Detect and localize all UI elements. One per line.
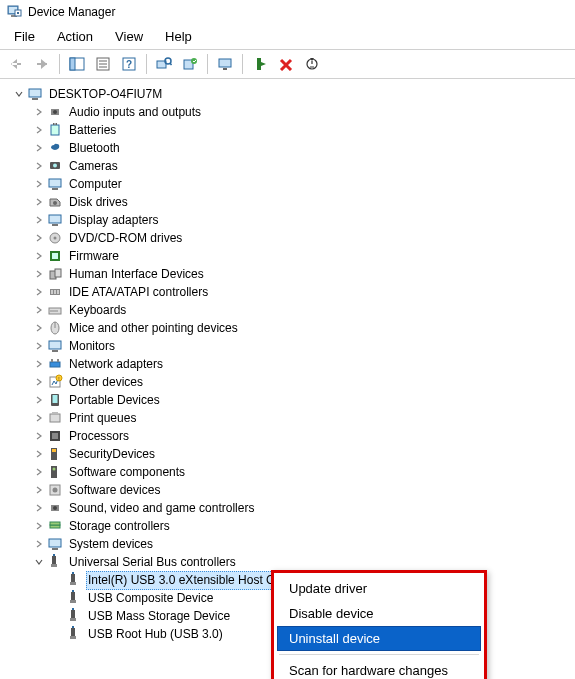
context-menu-update-driver[interactable]: Update driver <box>277 576 481 601</box>
chevron-right-icon[interactable] <box>32 249 46 263</box>
tree-category-label: Cameras <box>67 158 120 175</box>
chevron-right-icon[interactable] <box>32 195 46 209</box>
chevron-right-icon[interactable] <box>32 213 46 227</box>
show-hide-tree-button[interactable] <box>65 53 89 75</box>
category-icon <box>47 266 63 282</box>
chevron-right-icon[interactable] <box>32 375 46 389</box>
tree-category[interactable]: Universal Serial Bus controllers <box>4 553 575 571</box>
tree-category[interactable]: !Other devices <box>4 373 575 391</box>
scan-hardware-button[interactable] <box>152 53 176 75</box>
tree-category[interactable]: Human Interface Devices <box>4 265 575 283</box>
tree-category[interactable]: Software devices <box>4 481 575 499</box>
chevron-right-icon[interactable] <box>32 357 46 371</box>
tree-root[interactable]: DESKTOP-O4FIU7M <box>4 85 575 103</box>
tree-category[interactable]: System devices <box>4 535 575 553</box>
disable-device-button[interactable] <box>300 53 324 75</box>
menu-view[interactable]: View <box>105 26 153 47</box>
chevron-right-icon[interactable] <box>32 339 46 353</box>
chevron-right-icon[interactable] <box>32 393 46 407</box>
tree-device-label: USB Root Hub (USB 3.0) <box>86 626 225 643</box>
tree-category[interactable]: SecurityDevices <box>4 445 575 463</box>
chevron-down-icon[interactable] <box>12 87 26 101</box>
chevron-right-icon[interactable] <box>32 105 46 119</box>
help-button[interactable]: ? <box>117 53 141 75</box>
tree-category[interactable]: DVD/CD-ROM drives <box>4 229 575 247</box>
chevron-right-icon[interactable] <box>32 483 46 497</box>
tree-category[interactable]: Disk drives <box>4 193 575 211</box>
back-button[interactable] <box>4 53 28 75</box>
svg-rect-84 <box>72 572 74 574</box>
category-icon <box>47 536 63 552</box>
menu-file[interactable]: File <box>4 26 45 47</box>
svg-rect-79 <box>52 556 56 564</box>
chevron-down-icon[interactable] <box>32 555 46 569</box>
chevron-right-icon[interactable] <box>32 159 46 173</box>
tree-category[interactable]: Storage controllers <box>4 517 575 535</box>
tree-category[interactable]: Mice and other pointing devices <box>4 319 575 337</box>
chevron-right-icon[interactable] <box>32 429 46 443</box>
svg-rect-43 <box>51 290 53 294</box>
svg-rect-39 <box>52 253 58 259</box>
forward-button[interactable] <box>30 53 54 75</box>
svg-rect-57 <box>57 359 59 362</box>
tree-category-label: Batteries <box>67 122 118 139</box>
chevron-right-icon[interactable] <box>32 177 46 191</box>
svg-rect-54 <box>52 350 58 352</box>
chevron-right-icon[interactable] <box>32 501 46 515</box>
chevron-right-icon[interactable] <box>32 303 46 317</box>
svg-rect-92 <box>70 636 76 639</box>
tree-category[interactable]: Audio inputs and outputs <box>4 103 575 121</box>
chevron-right-icon[interactable] <box>32 411 46 425</box>
category-icon <box>47 482 63 498</box>
monitor-button[interactable] <box>213 53 237 75</box>
category-icon <box>47 212 63 228</box>
category-icon <box>47 158 63 174</box>
tree-device-label: USB Mass Storage Device <box>86 608 232 625</box>
tree-category[interactable]: Cameras <box>4 157 575 175</box>
tree-category[interactable]: Software components <box>4 463 575 481</box>
menu-action[interactable]: Action <box>47 26 103 47</box>
chevron-right-icon[interactable] <box>32 123 46 137</box>
tree-category[interactable]: Computer <box>4 175 575 193</box>
tree-category[interactable]: IDE ATA/ATAPI controllers <box>4 283 575 301</box>
toolbar-separator <box>146 54 147 74</box>
tree-category[interactable]: Keyboards <box>4 301 575 319</box>
properties-button[interactable] <box>91 53 115 75</box>
svg-rect-28 <box>56 123 58 125</box>
tree-category[interactable]: Display adapters <box>4 211 575 229</box>
chevron-right-icon[interactable] <box>32 519 46 533</box>
category-icon <box>47 392 63 408</box>
context-menu-separator <box>279 654 479 655</box>
menubar: File Action View Help <box>0 24 575 49</box>
tree-category[interactable]: Network adapters <box>4 355 575 373</box>
context-menu-uninstall-device[interactable]: Uninstall device <box>277 626 481 651</box>
enable-device-button[interactable] <box>248 53 272 75</box>
tree-category[interactable]: Bluetooth <box>4 139 575 157</box>
chevron-right-icon[interactable] <box>32 141 46 155</box>
category-icon <box>47 446 63 462</box>
menu-help[interactable]: Help <box>155 26 202 47</box>
chevron-right-icon[interactable] <box>32 537 46 551</box>
chevron-right-icon[interactable] <box>32 285 46 299</box>
device-tree[interactable]: DESKTOP-O4FIU7M Audio inputs and outputs… <box>0 79 575 643</box>
tree-category-label: System devices <box>67 536 155 553</box>
tree-category[interactable]: Processors <box>4 427 575 445</box>
tree-category[interactable]: Portable Devices <box>4 391 575 409</box>
tree-category[interactable]: Monitors <box>4 337 575 355</box>
chevron-right-icon[interactable] <box>32 321 46 335</box>
tree-category[interactable]: Print queues <box>4 409 575 427</box>
svg-rect-27 <box>53 123 55 125</box>
chevron-right-icon[interactable] <box>32 231 46 245</box>
chevron-right-icon[interactable] <box>32 267 46 281</box>
chevron-right-icon[interactable] <box>32 447 46 461</box>
tree-category[interactable]: Firmware <box>4 247 575 265</box>
tree-category[interactable]: Sound, video and game controllers <box>4 499 575 517</box>
chevron-right-icon[interactable] <box>32 465 46 479</box>
update-driver-button[interactable] <box>178 53 202 75</box>
context-menu-disable-device[interactable]: Disable device <box>277 601 481 626</box>
uninstall-device-button[interactable] <box>274 53 298 75</box>
context-menu-scan-hardware[interactable]: Scan for hardware changes <box>277 658 481 679</box>
tree-category-label: IDE ATA/ATAPI controllers <box>67 284 210 301</box>
tree-category[interactable]: Batteries <box>4 121 575 139</box>
tree-category-label: Print queues <box>67 410 138 427</box>
